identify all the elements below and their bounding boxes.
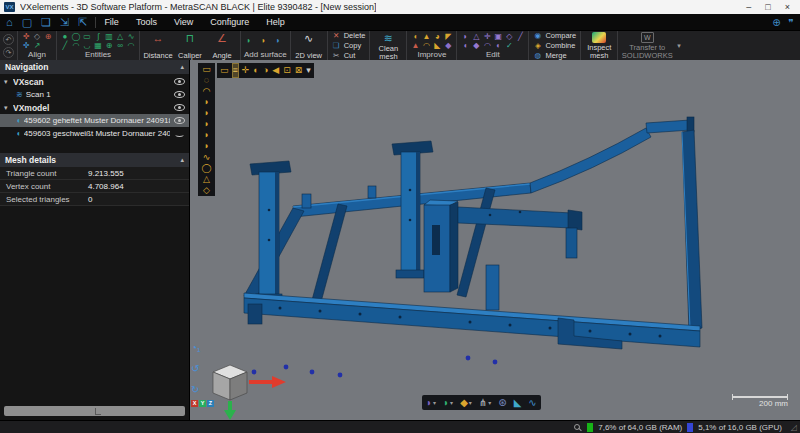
entity-rectangle-icon[interactable]: ▭	[82, 32, 92, 41]
select-through-icon[interactable]: ≡	[233, 64, 238, 77]
align-axis-icon[interactable]: ↗	[32, 41, 42, 50]
mesh-details-header[interactable]: Mesh details ▴	[0, 153, 189, 167]
entity-slot-icon[interactable]: ◡	[82, 41, 92, 50]
menu-configure[interactable]: Configure	[210, 17, 249, 27]
edit-defeature-icon[interactable]: ◗	[460, 32, 470, 41]
edit-boundary-icon[interactable]: ◠	[482, 41, 492, 50]
cut-button[interactable]: ✂ Cut	[332, 51, 366, 60]
select-freeform-icon[interactable]: ◌	[204, 75, 209, 85]
dropdown-caret-icon[interactable]: ▾	[488, 399, 491, 406]
visibility-eye-closed-icon[interactable]	[174, 130, 185, 137]
select-hook-icon[interactable]: ◠	[203, 86, 211, 96]
entity-curve-icon[interactable]: ∫	[93, 32, 103, 41]
entity-grid-icon[interactable]: ▥	[104, 32, 114, 41]
tree-node-mesh-1[interactable]: ◖ 459602 geheftet Muster Dornauer 240918…	[0, 114, 189, 127]
merge-button[interactable]: ◍ Merge	[533, 51, 576, 60]
collapse-icon[interactable]: ▴	[180, 63, 184, 71]
align-bestfit-icon[interactable]: ✜	[21, 32, 31, 41]
export-icon[interactable]: ⇱	[78, 15, 87, 29]
collapse-icon[interactable]: ▴	[180, 156, 184, 164]
entity-circle-icon[interactable]: ◯	[71, 32, 81, 41]
align-origin-icon[interactable]: ⊕	[43, 32, 53, 41]
improve-boundary-icon[interactable]: ◠	[421, 41, 431, 50]
visibility-eye-icon[interactable]	[174, 104, 185, 111]
edit-cut-mesh-icon[interactable]: ◖	[460, 41, 470, 50]
select-all-icon[interactable]: ⊡	[283, 64, 291, 77]
delete-button[interactable]: ✕ Delete	[332, 31, 366, 40]
select-rectangle-icon[interactable]: ▭	[202, 64, 211, 74]
rotate-ccw-icon[interactable]: ↺	[191, 363, 200, 374]
select-brush-4-icon[interactable]: ◗	[204, 130, 209, 140]
inspect-mesh-button[interactable]: Inspect mesh	[584, 32, 614, 60]
select-circle-icon[interactable]: ◯	[201, 163, 211, 173]
add-surface-plane-icon[interactable]: ◗	[244, 36, 254, 45]
edit-pen-icon[interactable]: ╱	[515, 32, 525, 41]
selection-rectangle-mode-icon[interactable]: ▭	[220, 64, 229, 77]
add-surface-fill-icon[interactable]: ◗	[259, 36, 269, 45]
select-brush-2-icon[interactable]: ◗	[204, 108, 209, 118]
camera-view-1-icon[interactable]: ◔₁	[191, 342, 200, 353]
select-brush-5-icon[interactable]: ◗	[204, 141, 209, 151]
entity-sphere-icon[interactable]: ⊕	[104, 41, 114, 50]
import-icon[interactable]: ⇲	[60, 15, 69, 29]
clipping-wedge-button[interactable]: ◣	[514, 397, 522, 408]
open-session-icon[interactable]: ❏	[41, 15, 51, 29]
selection-options-caret-icon[interactable]: ▾	[306, 64, 311, 77]
scanner-display-button[interactable]: ⋔▾	[479, 397, 491, 408]
improve-optimize-icon[interactable]: ◆	[443, 41, 453, 50]
dropdown-caret-icon[interactable]: ▾	[450, 399, 453, 406]
select-polygon-icon[interactable]: ◇	[203, 185, 210, 195]
language-globe-icon[interactable]: ⊕	[772, 17, 780, 28]
resize-grip[interactable]: ◿	[791, 423, 797, 432]
mesh-display-button[interactable]: ◗▾	[426, 397, 436, 408]
align-targets-icon[interactable]: ✜	[21, 41, 31, 50]
visibility-eye-icon[interactable]	[174, 91, 185, 98]
targets-display-button[interactable]: ◆▾	[460, 397, 472, 408]
invert-selection-icon[interactable]: ◀	[272, 64, 279, 77]
entity-plane-icon[interactable]: ▦	[93, 41, 103, 50]
expander-icon[interactable]: ▾	[4, 78, 13, 86]
entity-point-icon[interactable]: ●	[60, 32, 70, 41]
entity-line-icon[interactable]: ╱	[60, 41, 70, 50]
maximize-button[interactable]: □	[765, 1, 770, 13]
edit-smooth-icon[interactable]: ◇	[504, 32, 514, 41]
navigation-header[interactable]: Navigation ▴	[0, 60, 189, 74]
close-button[interactable]: ×	[785, 1, 790, 13]
redo-icon[interactable]: ↷	[3, 47, 14, 58]
home-icon[interactable]: ⌂	[6, 15, 13, 29]
improve-fill-icon[interactable]: ◖	[410, 32, 420, 41]
curve-display-button[interactable]: ∿	[528, 397, 536, 408]
viewport-3d[interactable]: ▭◌◠◗◗◗◗◗∿◯△◇ ▭≡✛◐◑◀⊡⊠▾ ◔₁↺↻ XYZ ◗▾◗▾◆▾⋔▾…	[190, 60, 800, 420]
improve-refine-icon[interactable]: ◤	[443, 32, 453, 41]
copy-button[interactable]: ❏ Copy	[332, 41, 366, 50]
edit-confirm-icon[interactable]: ✓	[504, 41, 514, 50]
clean-mesh-button[interactable]: ≋ Clean mesh	[373, 32, 403, 60]
angle-button[interactable]: ∠ Angle	[207, 32, 237, 60]
visibility-eye-icon[interactable]	[174, 117, 185, 124]
combine-button[interactable]: ◈ Combine	[533, 41, 576, 50]
select-triangle-icon[interactable]: △	[203, 174, 210, 184]
entity-cone-icon[interactable]: △	[115, 32, 125, 41]
render-settings-button[interactable]: ⊛	[498, 397, 506, 408]
entity-ellipse-icon[interactable]: ◠	[71, 41, 81, 50]
minimize-button[interactable]: –	[746, 1, 751, 13]
tree-node-vxmodel[interactable]: ▾ VXmodel	[0, 101, 189, 114]
improve-holes-icon[interactable]: ◕	[432, 32, 442, 41]
entity-arc-icon[interactable]: ◠	[126, 41, 136, 50]
feedback-icon[interactable]: ❞	[789, 17, 794, 28]
tree-node-scan1[interactable]: ≋ Scan 1	[0, 88, 189, 101]
rotate-cw-icon[interactable]: ↻	[191, 384, 200, 395]
menu-view[interactable]: View	[174, 17, 193, 27]
visibility-eye-icon[interactable]	[174, 78, 185, 85]
tree-node-vxscan[interactable]: ▾ VXscan	[0, 75, 189, 88]
improve-smooth-icon[interactable]: ▲	[421, 32, 431, 41]
dropdown-caret-icon[interactable]: ▾	[433, 399, 436, 406]
transfer-solidworks-button[interactable]: W Transfer to SOLIDWORKS	[621, 32, 673, 60]
edit-fill-icon[interactable]: ◐	[493, 41, 503, 50]
menu-tools[interactable]: Tools	[136, 17, 157, 27]
distance-button[interactable]: ↔ Distance	[143, 32, 173, 60]
improve-spikes-icon[interactable]: ▲	[410, 41, 420, 50]
edit-flip-icon[interactable]: ▣	[493, 32, 503, 41]
menu-help[interactable]: Help	[266, 17, 285, 27]
entity-torus-icon[interactable]: ∞	[115, 41, 125, 50]
